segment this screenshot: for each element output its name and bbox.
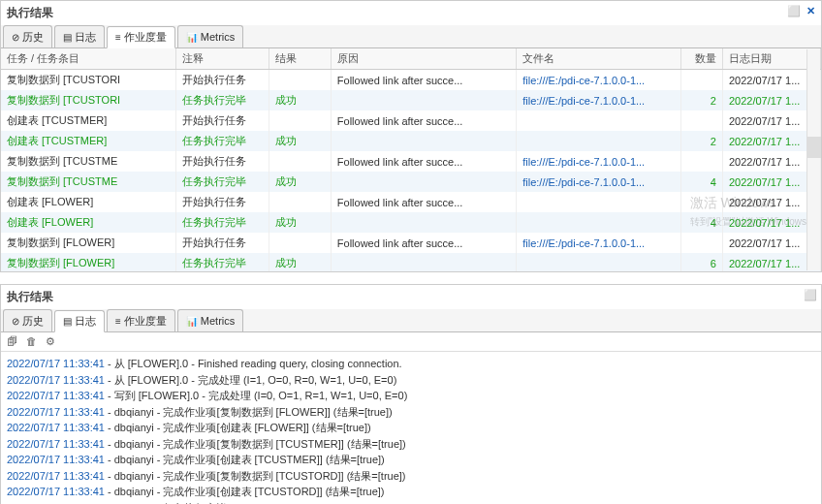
tab-metrics[interactable]: 📊Metrics [177, 309, 243, 331]
log-timestamp: 2022/07/17 11:33:41 [7, 470, 105, 482]
tab-label: 作业度量 [124, 314, 167, 329]
cell: 成功 [269, 90, 332, 110]
cell: 4 [681, 172, 723, 192]
th-result[interactable]: 结果 [269, 48, 332, 70]
log-line: 2022/07/17 11:33:41 - 写到 [FLOWER].0 - 完成… [7, 388, 815, 404]
cell [331, 212, 516, 233]
maximize-icon[interactable]: ⬜ [787, 4, 801, 17]
tabs-bar-2: ⊘历史▤日志≡作业度量📊Metrics [1, 309, 821, 332]
cell: 成功 [269, 131, 332, 151]
table-row[interactable]: 创建表 [FLOWER]任务执行完毕成功42022/07/17 1... [1, 212, 821, 233]
cell [331, 90, 516, 110]
tab-作业度量[interactable]: ≡作业度量 [107, 309, 175, 331]
table-row[interactable]: 复制数据到 [FLOWER]任务执行完毕成功62022/07/17 1... [1, 253, 821, 271]
tab-icon: ≡ [115, 316, 121, 327]
table-row[interactable]: 复制数据到 [TCUSTORI任务执行完毕成功file:///E:/pdi-ce… [1, 90, 821, 110]
cell: Followed link after succe... [331, 110, 516, 131]
cell: 4 [681, 212, 723, 233]
tab-label: 日志 [75, 314, 96, 329]
copy-icon[interactable]: 🗐 [7, 335, 17, 347]
tab-历史[interactable]: ⊘历史 [3, 25, 52, 47]
panel-title-text: 执行结果 [7, 6, 53, 19]
log-line: 2022/07/17 11:33:41 - dbqianyi - 完成作业项[创… [7, 420, 815, 436]
log-line: 2022/07/17 11:33:41 - 从 [FLOWER].0 - 完成处… [7, 372, 815, 389]
delete-icon[interactable]: 🗑 [26, 335, 37, 347]
table-row[interactable]: 创建表 [TCUSTMER]任务执行完毕成功22022/07/17 1... [1, 131, 821, 151]
cell: 创建表 [FLOWER] [1, 212, 176, 233]
cell: file:///E:/pdi-ce-7.1.0.0-1... [517, 172, 681, 192]
tabs-bar-1: ⊘历史▤日志≡作业度量📊Metrics [1, 25, 821, 48]
table-row[interactable]: 创建表 [TCUSTMER]开始执行任务Followed link after … [1, 110, 821, 131]
th-comment[interactable]: 注释 [176, 48, 269, 70]
scrollbar[interactable] [806, 49, 820, 270]
cell: file:///E:/pdi-ce-7.1.0.0-1... [517, 151, 681, 172]
cell: file:///E:/pdi-ce-7.1.0.0-1... [517, 70, 681, 91]
cell [517, 192, 681, 212]
panel-title-text-2: 执行结果 [7, 290, 53, 303]
cell [269, 110, 332, 131]
cell: 任务执行完毕 [176, 131, 269, 151]
tab-metrics[interactable]: 📊Metrics [177, 25, 243, 47]
cell: 复制数据到 [FLOWER] [1, 253, 176, 271]
cell: 开始执行任务 [176, 192, 269, 212]
tab-日志[interactable]: ▤日志 [54, 310, 105, 332]
cell [681, 233, 723, 253]
tab-label: 日志 [75, 30, 96, 45]
cell [331, 253, 516, 271]
tab-label: Metrics [201, 315, 235, 327]
log-message: - dbqianyi - 完成作业项[复制数据到 [FLOWER]] (结果=[… [105, 406, 393, 418]
log-timestamp: 2022/07/17 11:33:41 [7, 454, 105, 465]
cell: 2 [681, 90, 723, 110]
panel-title-bar: 执行结果 ⬜ ✕ [1, 1, 821, 25]
cell [517, 110, 681, 131]
cell: 任务执行完毕 [176, 172, 269, 192]
cell: 6 [681, 253, 723, 271]
cell [517, 212, 681, 233]
close-icon[interactable]: ✕ [804, 4, 817, 17]
th-reason[interactable]: 原因 [331, 48, 516, 70]
table-row[interactable]: 复制数据到 [FLOWER]开始执行任务Followed link after … [1, 233, 821, 253]
cell [331, 172, 516, 192]
cell: 任务执行完毕 [176, 253, 269, 271]
cell: Followed link after succe... [331, 233, 516, 253]
cell: 复制数据到 [TCUSTORI [1, 90, 176, 110]
th-file[interactable]: 文件名 [517, 48, 681, 70]
cell: 开始执行任务 [176, 151, 269, 172]
scrollbar-handle[interactable] [807, 137, 821, 158]
cell: 复制数据到 [FLOWER] [1, 233, 176, 253]
table-row[interactable]: 复制数据到 [TCUSTME开始执行任务Followed link after … [1, 151, 821, 172]
log-line: 2022/07/17 11:33:41 - dbqianyi - 完成作业项[复… [7, 468, 815, 485]
tab-icon: ▤ [63, 316, 72, 327]
settings-icon[interactable]: ⚙ [46, 335, 55, 348]
cell [269, 233, 332, 253]
cell: 创建表 [FLOWER] [1, 192, 176, 212]
cell [681, 151, 723, 172]
table-row[interactable]: 复制数据到 [TCUSTME任务执行完毕成功file:///E:/pdi-ce-… [1, 172, 821, 192]
log-timestamp: 2022/07/17 11:33:41 [7, 422, 105, 433]
table-row[interactable]: 复制数据到 [TCUSTORI开始执行任务Followed link after… [1, 70, 821, 91]
log-text-area[interactable]: 2022/07/17 11:33:41 - 从 [FLOWER].0 - Fin… [1, 352, 821, 504]
tab-历史[interactable]: ⊘历史 [3, 309, 52, 331]
cell [681, 192, 723, 212]
log-message: - dbqianyi - 完成作业项[创建表 [FLOWER]] (结果=[tr… [105, 422, 371, 433]
cell: 复制数据到 [TCUSTME [1, 151, 176, 172]
table-body: 复制数据到 [TCUSTORI开始执行任务Followed link after… [1, 70, 821, 272]
log-message: - 从 [FLOWER].0 - Finished reading query,… [105, 358, 402, 369]
cell [269, 192, 332, 212]
metrics-table-wrap[interactable]: 任务 / 任务条目 注释 结果 原因 文件名 数量 日志日期 复制数据到 [TC… [1, 48, 821, 271]
log-message: - dbqianyi - 完成作业项[复制数据到 [TCUSTORD]] (结果… [105, 470, 406, 482]
th-task[interactable]: 任务 / 任务条目 [1, 48, 176, 70]
tab-label: 作业度量 [124, 30, 167, 45]
metrics-table: 任务 / 任务条目 注释 结果 原因 文件名 数量 日志日期 复制数据到 [TC… [1, 48, 821, 271]
log-message: - 从 [FLOWER].0 - 完成处理 (I=1, O=0, R=0, W=… [105, 374, 396, 386]
th-count[interactable]: 数量 [681, 48, 723, 70]
maximize-icon[interactable]: ⬜ [804, 288, 817, 301]
table-row[interactable]: 创建表 [FLOWER]开始执行任务Followed link after su… [1, 192, 821, 212]
tab-日志[interactable]: ▤日志 [54, 25, 105, 47]
cell: Followed link after succe... [331, 151, 516, 172]
tab-作业度量[interactable]: ≡作业度量 [107, 26, 175, 48]
cell: 成功 [269, 212, 332, 233]
cell [681, 70, 723, 91]
cell: file:///E:/pdi-ce-7.1.0.0-1... [517, 90, 681, 110]
log-message: - 写到 [FLOWER].0 - 完成处理 (I=0, O=1, R=1, W… [105, 390, 407, 401]
